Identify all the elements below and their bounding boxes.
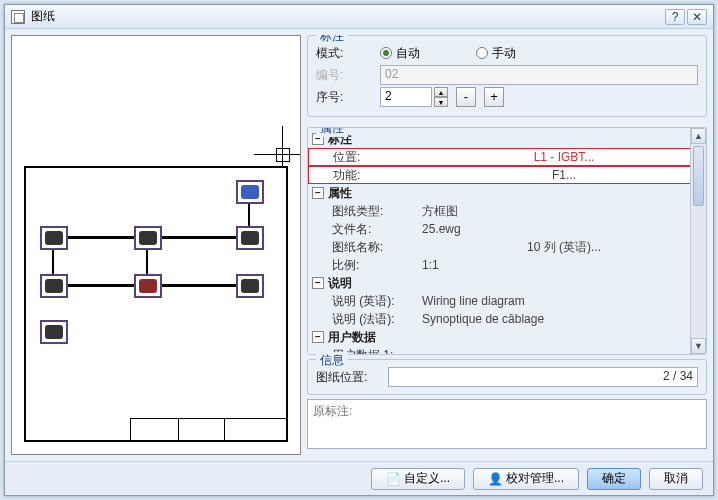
- row-position[interactable]: 位置:L1 - IGBT...: [308, 148, 706, 166]
- scroll-thumb[interactable]: [693, 146, 704, 206]
- row-function[interactable]: 功能:F1...: [308, 166, 706, 184]
- drawing-preview[interactable]: [11, 35, 301, 455]
- original-mark-area: [307, 399, 707, 455]
- seq-down[interactable]: ▼: [434, 97, 448, 107]
- custom-button[interactable]: 📄自定义...: [371, 468, 465, 490]
- component: [236, 274, 264, 298]
- scroll-down-icon[interactable]: ▼: [691, 338, 706, 354]
- title-block: [130, 418, 286, 440]
- component: [40, 320, 68, 344]
- properties-group: 属性 −标注 位置:L1 - IGBT... 功能:F1... −属性 图纸类型…: [307, 127, 707, 355]
- sheet-position-field: 2 / 34: [388, 367, 698, 387]
- row-sheet-type[interactable]: 图纸类型:方框图: [308, 202, 706, 220]
- scroll-up-icon[interactable]: ▲: [691, 128, 706, 144]
- sheet-position-label: 图纸位置:: [316, 369, 380, 386]
- seq-up[interactable]: ▲: [434, 87, 448, 97]
- row-desc-fr[interactable]: 说明 (法语):Synoptique de câblage: [308, 310, 706, 328]
- collapse-icon[interactable]: −: [312, 277, 324, 289]
- properties-legend: 属性: [316, 127, 348, 137]
- collapse-icon[interactable]: −: [312, 331, 324, 343]
- close-button[interactable]: ✕: [687, 9, 707, 25]
- sequence-value[interactable]: 2: [380, 87, 432, 107]
- check-icon: 👤: [488, 472, 502, 486]
- mode-auto-radio[interactable]: 自动: [380, 45, 420, 62]
- component: [40, 226, 68, 250]
- seq-plus-button[interactable]: +: [484, 87, 504, 107]
- seq-minus-button[interactable]: -: [456, 87, 476, 107]
- sequence-label: 序号:: [316, 89, 372, 106]
- crosshair-cursor: [274, 146, 292, 164]
- proofread-button[interactable]: 👤校对管理...: [473, 468, 579, 490]
- cancel-button[interactable]: 取消: [649, 468, 703, 490]
- row-userdata1[interactable]: 用户数据 1:: [308, 346, 706, 355]
- original-mark-textarea[interactable]: [307, 399, 707, 449]
- collapse-icon[interactable]: −: [312, 187, 324, 199]
- component: [236, 180, 264, 204]
- info-legend: 信息: [316, 352, 348, 369]
- component: [134, 226, 162, 250]
- info-group: 信息 图纸位置: 2 / 34: [307, 359, 707, 395]
- sequence-spinner[interactable]: 2 ▲▼: [380, 87, 448, 107]
- properties-scrollbar[interactable]: ▲ ▼: [690, 128, 706, 354]
- number-field: 02: [380, 65, 698, 85]
- component: [40, 274, 68, 298]
- component: [134, 274, 162, 298]
- sheet-icon: [11, 10, 25, 24]
- dialog-footer: 📄自定义... 👤校对管理... 确定 取消: [5, 461, 713, 495]
- component: [236, 226, 264, 250]
- help-button[interactable]: ?: [665, 9, 685, 25]
- properties-tree[interactable]: −标注 位置:L1 - IGBT... 功能:F1... −属性 图纸类型:方框…: [308, 128, 706, 355]
- row-filename[interactable]: 文件名:25.ewg: [308, 220, 706, 238]
- mark-legend: 标注: [316, 35, 348, 45]
- sheet-dialog: 图纸 ? ✕: [4, 4, 714, 496]
- mark-group: 标注 模式: 自动 手动 编号: 02 序号: 2 ▲▼: [307, 35, 707, 117]
- mode-manual-radio[interactable]: 手动: [476, 45, 516, 62]
- preview-pane: [11, 35, 301, 455]
- row-sheet-name[interactable]: 图纸名称:10 列 (英语)...: [308, 238, 706, 256]
- mode-label: 模式:: [316, 45, 372, 62]
- ok-button[interactable]: 确定: [587, 468, 641, 490]
- window-title: 图纸: [31, 8, 55, 25]
- row-scale[interactable]: 比例:1:1: [308, 256, 706, 274]
- custom-icon: 📄: [386, 472, 400, 486]
- titlebar[interactable]: 图纸 ? ✕: [5, 5, 713, 29]
- number-label: 编号:: [316, 67, 372, 84]
- row-desc-en[interactable]: 说明 (英语):Wiring line diagram: [308, 292, 706, 310]
